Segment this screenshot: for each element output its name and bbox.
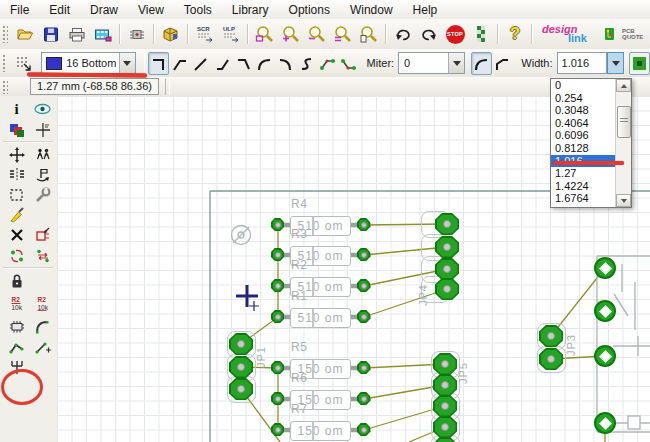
dropdown-scrollbar[interactable] xyxy=(615,79,631,207)
resistor-pad[interactable] xyxy=(271,248,284,261)
run-ulp-button[interactable]: ULP xyxy=(218,21,244,47)
width-option[interactable]: 0.254 xyxy=(551,92,615,105)
jp5-pad[interactable] xyxy=(433,395,457,417)
toolbar-drag-handle[interactable] xyxy=(2,25,8,43)
library-button[interactable] xyxy=(158,21,184,47)
miter-dropdown-arrow[interactable] xyxy=(448,53,464,73)
cut-tool-button[interactable] xyxy=(4,204,29,226)
name-tool-button[interactable]: R210k xyxy=(4,292,29,314)
pcb-quote-logo[interactable]: PCB QUOTE xyxy=(604,26,643,42)
copy-tool-button[interactable] xyxy=(30,144,55,166)
device-button[interactable] xyxy=(124,21,150,47)
jp5-pad[interactable] xyxy=(433,374,457,396)
wire-bend-7-button[interactable] xyxy=(275,52,296,75)
miter-bend-2-button[interactable] xyxy=(338,52,359,75)
resistor-pad[interactable] xyxy=(271,218,284,231)
menu-options[interactable]: Options xyxy=(279,2,340,18)
width-option[interactable]: 0.4064 xyxy=(551,117,615,130)
toolbar-drag-handle[interactable] xyxy=(2,54,7,72)
menu-library[interactable]: Library xyxy=(222,2,279,18)
via-shape-button[interactable] xyxy=(629,52,650,75)
design-link-logo[interactable]: design link xyxy=(542,22,594,46)
component-round-pad[interactable] xyxy=(594,257,616,279)
miter-tool-button[interactable] xyxy=(30,315,55,337)
show-tool-button[interactable] xyxy=(30,98,55,120)
stop-button[interactable]: STOP xyxy=(442,21,468,47)
help-button[interactable]: ? xyxy=(502,21,528,47)
jp4-pad[interactable] xyxy=(435,278,459,300)
wire-bend-3-button[interactable] xyxy=(190,52,211,75)
wire-bend-8-button[interactable] xyxy=(296,52,317,75)
menu-draw[interactable]: Draw xyxy=(80,2,128,18)
width-option[interactable]: 0.3048 xyxy=(551,104,615,117)
value-tool-button[interactable]: R210k xyxy=(30,292,55,314)
width-dropdown-arrow[interactable] xyxy=(607,52,623,74)
cam-button[interactable] xyxy=(90,21,116,47)
resistor-pad[interactable] xyxy=(357,248,370,261)
move-tool-button[interactable] xyxy=(4,144,29,166)
component-round-pad[interactable] xyxy=(594,412,616,434)
resistor-pad[interactable] xyxy=(271,279,284,292)
resistor-pad[interactable] xyxy=(271,392,284,405)
zoom-in-button[interactable] xyxy=(278,21,304,47)
jp1-pad[interactable] xyxy=(229,333,253,355)
menu-view[interactable]: View xyxy=(128,2,174,18)
jp5-pad[interactable] xyxy=(433,353,457,375)
resistor-body[interactable]: 510 om xyxy=(290,308,351,328)
resistor-pad[interactable] xyxy=(271,361,284,374)
miter-round-button[interactable] xyxy=(471,52,492,75)
width-option[interactable]: 0.6096 xyxy=(551,129,615,142)
miter-select[interactable]: 0 xyxy=(398,52,465,74)
display-layers-button[interactable] xyxy=(4,119,29,141)
zoom-out-button[interactable] xyxy=(304,21,330,47)
menu-tools[interactable]: Tools xyxy=(174,2,222,18)
miter-straight-button[interactable] xyxy=(492,52,513,75)
jp3-pad[interactable] xyxy=(539,348,563,370)
jp4-pad[interactable] xyxy=(435,236,459,258)
open-button[interactable] xyxy=(12,21,38,47)
optimize-tool-button[interactable] xyxy=(30,336,55,358)
info-tool-button[interactable]: i xyxy=(4,98,29,120)
group-tool-button[interactable] xyxy=(4,184,29,206)
resistor-pad[interactable] xyxy=(357,423,370,436)
zoom-fit-button[interactable] xyxy=(252,21,278,47)
wire-bend-2-button[interactable] xyxy=(169,52,190,75)
toolbar-drag-handle[interactable] xyxy=(2,80,8,94)
jp3-pad[interactable] xyxy=(539,325,563,347)
menu-window[interactable]: Window xyxy=(340,2,403,18)
miter-bend-1-button[interactable] xyxy=(317,52,338,75)
jp1-pad[interactable] xyxy=(229,356,253,378)
change-tool-button[interactable] xyxy=(30,184,55,206)
menu-help[interactable]: Help xyxy=(403,2,448,18)
jp5-pad[interactable] xyxy=(433,416,457,438)
zoom-select-button[interactable] xyxy=(330,21,356,47)
lock-tool-button[interactable] xyxy=(4,270,29,292)
width-option[interactable]: 1.6764 xyxy=(551,192,615,205)
add-tool-button[interactable] xyxy=(30,224,55,246)
delete-tool-button[interactable] xyxy=(4,224,29,246)
component-round-pad[interactable] xyxy=(594,300,616,322)
wire-bend-6-button[interactable] xyxy=(254,52,275,75)
gateswap-tool-button[interactable] xyxy=(30,245,55,267)
width-option[interactable]: 0 xyxy=(551,79,615,92)
jp4-pad[interactable] xyxy=(435,213,459,235)
width-option-selected[interactable]: 1.016 xyxy=(551,155,615,168)
jp4-pad[interactable] xyxy=(435,258,459,280)
save-button[interactable] xyxy=(38,21,64,47)
resistor-pad[interactable] xyxy=(357,361,370,374)
smash-tool-button[interactable] xyxy=(4,315,29,337)
grid-button[interactable] xyxy=(11,50,35,76)
signal-tool-button[interactable] xyxy=(4,356,29,378)
component-round-pad[interactable] xyxy=(594,345,616,367)
menu-file[interactable]: File xyxy=(0,2,39,18)
layer-dropdown-arrow[interactable] xyxy=(119,53,135,73)
width-option[interactable]: 1.27 xyxy=(551,167,615,180)
jp1-pad[interactable] xyxy=(229,378,253,400)
jp5-pad[interactable] xyxy=(433,437,457,442)
scrollbar-thumb[interactable] xyxy=(617,106,631,138)
zoom-redraw-button[interactable] xyxy=(356,21,382,47)
split-tool-button[interactable] xyxy=(4,336,29,358)
mirror-tool-button[interactable] xyxy=(4,164,29,186)
scroll-up-button[interactable] xyxy=(616,79,631,92)
width-combobox[interactable]: 1.016 xyxy=(557,52,608,74)
